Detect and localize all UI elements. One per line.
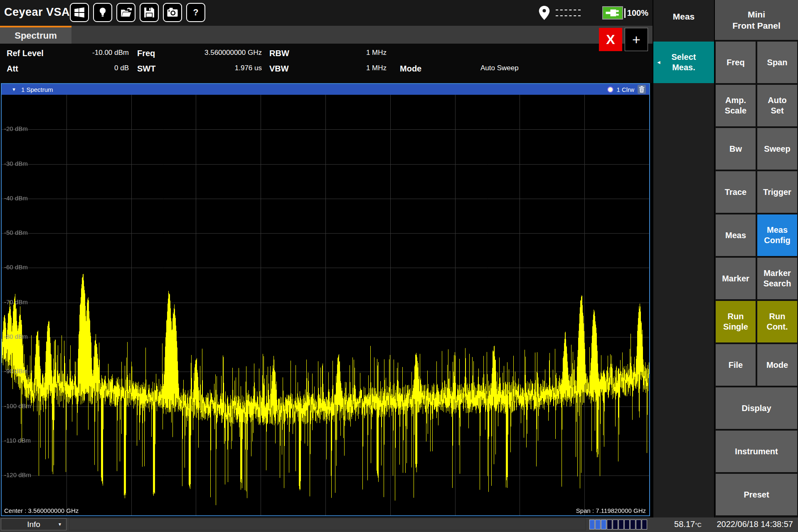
att-value[interactable]: 0 dB: [50, 64, 129, 72]
app-title: Ceyear VSA: [4, 6, 70, 19]
chart-area: -20 dBm-30 dBm-40 dBm-50 dBm-60 dBm-70 d…: [2, 95, 649, 515]
titlebar-icon-list: ?: [70, 3, 205, 22]
open-file-icon-button[interactable]: [116, 3, 135, 22]
app-root: Ceyear VSA ? 100% Spectrum X + Ref Level…: [0, 0, 798, 532]
panel-button-instrument[interactable]: Instrument: [716, 431, 797, 472]
panel-button-run-single[interactable]: Run Single: [716, 301, 756, 342]
battery-percent: 100%: [624, 8, 648, 18]
add-tab-button[interactable]: +: [625, 28, 648, 51]
windows-icon-button[interactable]: [70, 3, 89, 22]
progress-segment: [601, 520, 606, 530]
select-meas-button[interactable]: ◄ Select Meas.: [653, 42, 714, 83]
freq-value[interactable]: 3.560000000 GHz: [166, 49, 262, 57]
panel-button-meas-config[interactable]: Meas Config: [757, 214, 797, 256]
battery-icon: [602, 6, 623, 20]
progress-segment: [630, 520, 635, 530]
progress-bar: [589, 520, 647, 530]
att-label[interactable]: Att: [7, 64, 18, 74]
swt-label[interactable]: SWT: [137, 64, 155, 74]
progress-segment: [618, 520, 624, 530]
swt-value[interactable]: 1.976 us: [166, 64, 262, 72]
screenshot-icon-button[interactable]: [163, 3, 182, 22]
bulb-icon-button[interactable]: [93, 3, 112, 22]
message-area: [69, 518, 586, 530]
help-icon: ?: [190, 6, 202, 19]
progress-segment: [636, 520, 641, 530]
panel-button-auto-set[interactable]: Auto Set: [757, 85, 797, 126]
tab-bar: Spectrum: [0, 26, 653, 44]
panel-button-meas[interactable]: Meas: [716, 214, 756, 256]
front-panel-grid: FreqSpanAmp. ScaleAuto SetBwSweepTraceTr…: [716, 42, 797, 515]
panel-button-bw[interactable]: Bw: [716, 128, 756, 170]
panel-button-sweep[interactable]: Sweep: [757, 128, 797, 170]
span-frequency-label: Span : 7.119820000 GHz: [576, 507, 646, 514]
gps-status-lines: [556, 7, 581, 19]
progress-segment: [589, 520, 595, 530]
vbw-label[interactable]: VBW: [269, 64, 289, 74]
window-title: 1 Spectrum: [21, 86, 53, 93]
spectrum-window-header: ▼ 1 Spectrum 1 Clrw: [2, 84, 649, 95]
titlebar: Ceyear VSA ? 100%: [0, 0, 653, 26]
meas-menu-header: Meas: [653, 0, 714, 33]
meas-menu-column: Meas ◄ Select Meas.: [653, 0, 714, 517]
progress-segment: [642, 520, 647, 530]
panel-button-trace[interactable]: Trace: [716, 171, 756, 213]
panel-button-mode[interactable]: Mode: [757, 344, 797, 386]
trace-mode-label[interactable]: 1 Clrw: [616, 86, 634, 93]
titlebar-status: 100%: [539, 0, 648, 26]
mini-front-panel-title: Mini Front Panel: [715, 0, 798, 40]
panel-button-marker[interactable]: Marker: [716, 258, 756, 299]
panel-button-run-cont[interactable]: Run Cont.: [757, 301, 797, 342]
svg-text:?: ?: [193, 7, 199, 17]
select-meas-label: Select Meas.: [672, 52, 696, 73]
collapse-menu-arrow-icon: ◄: [656, 59, 661, 66]
bottom-bar: Info ▼ 58.17°C 2022/06/18 14:38:57: [0, 517, 798, 532]
bulb-icon: [96, 6, 109, 19]
ref-level-value[interactable]: -10.00 dBm: [50, 49, 129, 57]
rbw-label[interactable]: RBW: [269, 49, 289, 58]
trace-indicator-icon[interactable]: [607, 86, 613, 93]
info-dropdown-label: Info: [27, 520, 40, 529]
collapse-window-icon[interactable]: ▼: [12, 87, 16, 92]
panel-button-display[interactable]: Display: [716, 387, 797, 429]
panel-button-amp-scale[interactable]: Amp. Scale: [716, 85, 756, 126]
info-dropdown[interactable]: Info ▼: [1, 518, 66, 530]
chevron-down-icon: ▼: [58, 522, 62, 527]
datetime-readout: 2022/06/18 14:38:57: [717, 520, 793, 529]
spectrum-window: ▼ 1 Spectrum 1 Clrw -20 dBm-30 dBm-40 dB…: [1, 83, 650, 516]
ref-level-label[interactable]: Ref Level: [7, 49, 44, 58]
windows-icon: [73, 6, 86, 19]
settings-bar: Ref Level -10.00 dBm Freq 3.560000000 GH…: [0, 44, 653, 83]
rbw-value[interactable]: 1 MHz: [303, 49, 387, 57]
vbw-value[interactable]: 1 MHz: [303, 64, 387, 72]
progress-segment: [607, 520, 612, 530]
panel-button-file[interactable]: File: [716, 344, 756, 386]
progress-segment: [613, 520, 618, 530]
close-tab-button[interactable]: X: [599, 28, 622, 51]
tab-spectrum-label: Spectrum: [15, 30, 57, 41]
save-icon: [143, 6, 155, 19]
help-icon-button[interactable]: ?: [186, 3, 205, 22]
delete-trace-button[interactable]: [638, 85, 646, 94]
panel-button-freq[interactable]: Freq: [716, 42, 756, 83]
mode-label[interactable]: Mode: [400, 64, 421, 74]
center-frequency-label: Center : 3.560000000 GHz: [4, 507, 79, 514]
panel-button-trigger[interactable]: Trigger: [757, 171, 797, 213]
panel-button-marker-search[interactable]: Marker Search: [757, 258, 797, 299]
save-icon-button[interactable]: [140, 3, 159, 22]
panel-button-preset[interactable]: Preset: [716, 474, 797, 515]
spectrum-canvas[interactable]: [2, 95, 649, 515]
temperature-readout: 58.17°C: [661, 520, 715, 529]
panel-button-span[interactable]: Span: [757, 42, 797, 83]
freq-label[interactable]: Freq: [137, 49, 155, 58]
tab-spectrum[interactable]: Spectrum: [0, 26, 71, 44]
location-pin-icon: [539, 6, 550, 20]
screenshot-icon: [166, 6, 179, 19]
mode-value[interactable]: Auto Sweep: [480, 64, 519, 72]
progress-segment: [624, 520, 630, 530]
progress-segment: [595, 520, 601, 530]
open-file-icon: [120, 6, 132, 19]
mini-front-panel: Mini Front Panel FreqSpanAmp. ScaleAuto …: [715, 0, 798, 517]
temperature-unit: °C: [695, 522, 702, 528]
trash-icon: [639, 86, 645, 93]
